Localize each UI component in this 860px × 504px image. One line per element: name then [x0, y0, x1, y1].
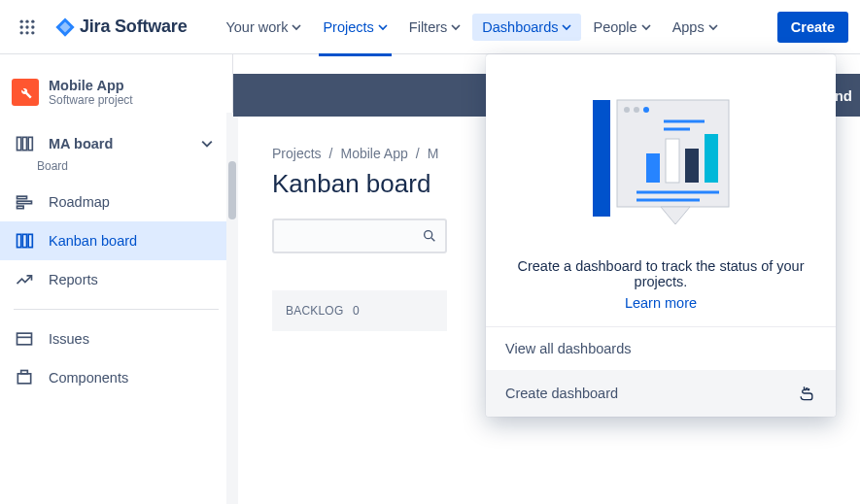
popover-description: Create a dashboard to track the status o… [486, 249, 836, 326]
project-type: Software project [49, 93, 133, 107]
sidebar: Mobile App Software project MA board Boa… [0, 54, 233, 504]
breadcrumb-project[interactable]: Mobile App [340, 146, 407, 161]
svg-point-8 [31, 31, 34, 34]
nav-projects[interactable]: Projects [313, 14, 396, 41]
nav-people-label: People [593, 19, 636, 35]
svg-rect-11 [28, 137, 32, 150]
breadcrumb-projects[interactable]: Projects [272, 146, 322, 161]
nav-items: Your work Projects Filters Dashboards Pe… [216, 14, 727, 41]
app-switcher-icon[interactable] [12, 12, 43, 43]
brand-text: Jira Software [80, 17, 187, 37]
create-button[interactable]: Create [777, 12, 848, 43]
chevron-down-icon [708, 22, 718, 32]
sidebar-item-kanban[interactable]: Kanban board [0, 221, 232, 260]
popover-item-label: View all dashboards [505, 341, 632, 356]
sidebar-item-roadmap[interactable]: Roadmap [0, 183, 232, 221]
chevron-down-icon [201, 138, 213, 150]
nav-projects-label: Projects [323, 19, 373, 35]
svg-point-7 [25, 31, 28, 34]
svg-rect-21 [21, 371, 28, 374]
nav-your-work[interactable]: Your work [216, 14, 311, 41]
svg-point-27 [634, 107, 639, 113]
sidebar-item-label: Components [49, 370, 128, 386]
nav-dashboards-label: Dashboards [482, 19, 558, 35]
nav-apps[interactable]: Apps [663, 14, 728, 41]
chevron-down-icon [292, 22, 301, 32]
board-icon [14, 231, 35, 251]
sidebar-item-label: Reports [49, 272, 98, 287]
svg-rect-33 [685, 149, 699, 183]
svg-rect-12 [17, 196, 27, 199]
roadmap-icon [14, 192, 35, 212]
board-icon [14, 134, 35, 153]
sidebar-item-label: Issues [49, 331, 89, 347]
svg-rect-20 [17, 374, 30, 384]
column-backlog: BACKLOG 0 [272, 290, 447, 331]
top-navigation: Jira Software Your work Projects Filters… [0, 0, 860, 54]
svg-point-6 [20, 31, 23, 34]
cursor-icon [797, 384, 816, 403]
svg-rect-32 [666, 139, 679, 183]
sidebar-item-reports[interactable]: Reports [0, 260, 232, 299]
column-name: BACKLOG [286, 304, 343, 318]
view-all-dashboards[interactable]: View all dashboards [486, 327, 836, 370]
svg-rect-15 [17, 234, 21, 247]
wrench-icon [12, 79, 39, 106]
board-switcher-sub: Board [37, 159, 232, 173]
sidebar-item-label: Roadmap [49, 194, 110, 210]
column-count: 0 [353, 304, 360, 318]
nav-your-work-label: Your work [225, 19, 288, 35]
sidebar-item-components[interactable]: Components [0, 358, 232, 397]
svg-rect-18 [17, 333, 32, 345]
chevron-down-icon [562, 22, 571, 32]
reports-icon [14, 270, 35, 289]
popover-text: Create a dashboard to track the status o… [518, 258, 805, 289]
create-dashboard[interactable]: Create dashboard [486, 370, 836, 417]
svg-point-4 [25, 25, 28, 28]
chevron-down-icon [641, 22, 651, 32]
board-switcher-label: MA board [49, 136, 113, 151]
svg-point-28 [643, 107, 649, 113]
popover-item-label: Create dashboard [505, 386, 618, 401]
svg-point-0 [20, 19, 23, 22]
nav-dashboards[interactable]: Dashboards [472, 14, 581, 41]
svg-point-2 [31, 19, 34, 22]
breadcrumb-last[interactable]: M [428, 146, 439, 161]
svg-point-26 [624, 107, 630, 113]
svg-rect-31 [646, 153, 660, 183]
search-icon [422, 228, 437, 244]
divider [14, 309, 219, 310]
svg-rect-24 [593, 100, 610, 217]
dashboard-illustration [486, 54, 836, 249]
svg-marker-37 [661, 207, 690, 224]
svg-point-22 [425, 231, 432, 239]
nav-filters-label: Filters [409, 19, 447, 35]
sidebar-item-label: Kanban board [49, 233, 137, 249]
components-icon [14, 368, 35, 387]
nav-filters[interactable]: Filters [399, 14, 470, 41]
svg-point-3 [20, 25, 23, 28]
project-name: Mobile App [49, 78, 133, 93]
svg-rect-14 [17, 206, 24, 209]
board-switcher[interactable]: MA board [0, 124, 232, 163]
chevron-down-icon [378, 22, 388, 32]
svg-line-23 [431, 238, 434, 241]
svg-rect-9 [17, 137, 21, 150]
svg-rect-10 [22, 137, 26, 150]
chevron-down-icon [451, 22, 461, 32]
jira-logo[interactable]: Jira Software [49, 17, 192, 38]
svg-point-5 [31, 25, 34, 28]
svg-rect-34 [705, 134, 718, 183]
svg-rect-17 [28, 234, 32, 247]
dashboards-popover: Create a dashboard to track the status o… [486, 54, 836, 417]
project-header[interactable]: Mobile App Software project [0, 74, 232, 124]
search-input[interactable] [272, 218, 447, 253]
nav-people[interactable]: People [583, 14, 660, 41]
learn-more-link[interactable]: Learn more [515, 295, 807, 311]
issues-icon [14, 329, 35, 349]
nav-apps-label: Apps [672, 19, 705, 35]
svg-point-1 [25, 19, 28, 22]
svg-rect-16 [22, 234, 26, 247]
svg-rect-13 [17, 201, 32, 204]
sidebar-item-issues[interactable]: Issues [0, 319, 232, 358]
